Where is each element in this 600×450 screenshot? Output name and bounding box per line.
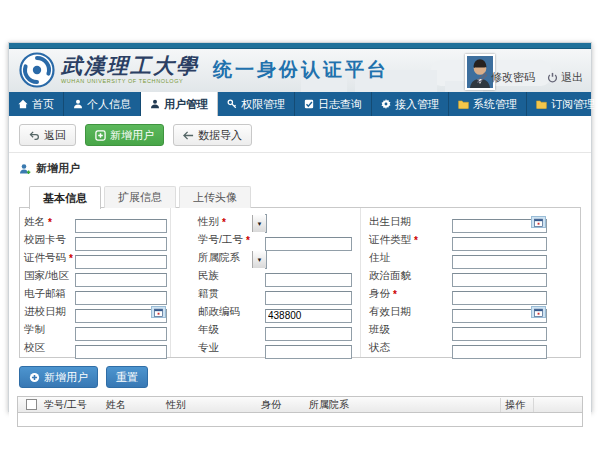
change-password-link[interactable]: 修改密码 — [477, 70, 535, 85]
field-label: 进校日期 — [24, 305, 66, 319]
main-nav: 首页个人信息用户管理权限管理日志查询接入管理系统管理订阅管理 — [9, 92, 591, 116]
name-input[interactable] — [75, 219, 167, 233]
undo-arrow-icon — [29, 131, 40, 140]
political-status-input[interactable] — [452, 273, 547, 287]
form-field-status: 状态 — [360, 339, 580, 357]
status-input[interactable] — [452, 345, 547, 359]
nav-item-access-mgmt[interactable]: 接入管理 — [372, 92, 449, 116]
cert-type-input[interactable] — [452, 237, 547, 251]
field-label: 邮政编码 — [198, 305, 240, 319]
major-input[interactable] — [265, 345, 352, 359]
tab-upload-avatar[interactable]: 上传头像 — [179, 186, 251, 208]
field-label: 住址 — [369, 251, 390, 265]
required-asterisk: * — [48, 217, 52, 228]
add-user-icon — [19, 163, 31, 175]
nav-item-system-mgmt[interactable]: 系统管理 — [449, 92, 527, 116]
form-row: 学制年级班级 — [20, 321, 580, 339]
department-select[interactable]: ▼ — [265, 250, 267, 269]
result-table-empty-body — [18, 413, 582, 426]
select-all-checkbox[interactable] — [26, 399, 37, 410]
header: 武漢理工大學 WUHAN UNIVERSITY OF TECHNOLOGY 统一… — [9, 49, 591, 92]
form-field-email: 电子邮箱 — [20, 285, 170, 303]
form-actions: 新增用户 重置 — [19, 366, 591, 388]
nav-item-log-query[interactable]: 日志查询 — [295, 92, 372, 116]
gender-select[interactable]: ▼ — [265, 214, 267, 233]
calendar-icon[interactable] — [531, 216, 546, 228]
nav-item-user-mgmt[interactable]: 用户管理 — [141, 92, 218, 116]
identity-input[interactable] — [452, 291, 547, 305]
nav-item-permission-mgmt[interactable]: 权限管理 — [218, 92, 295, 116]
nav-item-label: 接入管理 — [395, 97, 439, 112]
postal-code-input[interactable] — [265, 309, 352, 323]
form-row: 校园卡号学号/工号*证件类型* — [20, 231, 580, 249]
form-field-gender: 性别*▼ — [170, 213, 360, 231]
field-label: 所属院系 — [198, 251, 240, 265]
submit-add-user-button[interactable]: 新增用户 — [19, 366, 98, 388]
home-icon — [18, 99, 28, 109]
cert-no-input[interactable] — [75, 255, 167, 269]
add-user-label: 新增用户 — [110, 128, 154, 143]
field-label: 学号/工号 — [198, 233, 243, 247]
tab-basic-info[interactable]: 基本信息 — [29, 186, 101, 209]
back-button[interactable]: 返回 — [19, 124, 76, 146]
ethnicity-input[interactable] — [265, 273, 352, 287]
class-input[interactable] — [452, 327, 547, 341]
calendar-icon[interactable] — [531, 306, 546, 318]
column-divider — [360, 208, 361, 357]
required-asterisk: * — [393, 289, 397, 300]
form-row: 电子邮箱籍贯身份* — [20, 285, 580, 303]
basic-info-panel: 姓名*性别*▼出生日期校园卡号学号/工号*证件类型*证件号码*所属院系▼住址国家… — [19, 207, 581, 358]
content-area: 返回 新增用户 数据导入 新增用户 — [9, 124, 591, 427]
university-name-cn: 武漢理工大學 — [61, 56, 199, 77]
log-check-icon — [304, 99, 314, 109]
data-import-button[interactable]: 数据导入 — [173, 124, 252, 146]
add-user-toolbar-button[interactable]: 新增用户 — [85, 124, 164, 146]
student-no-input[interactable] — [265, 237, 352, 251]
form-field-native-place: 籍贯 — [170, 285, 360, 303]
calendar-icon[interactable] — [151, 306, 166, 318]
gear-icon — [381, 99, 391, 109]
campus-input[interactable] — [75, 345, 167, 359]
campus-card-no-input[interactable] — [75, 237, 167, 251]
form-field-cert-no: 证件号码* — [20, 249, 170, 267]
university-name-en: WUHAN UNIVERSITY OF TECHNOLOGY — [61, 79, 199, 85]
form-field-class: 班级 — [360, 321, 580, 339]
form-field-major: 专业 — [170, 339, 360, 357]
field-label: 政治面貌 — [369, 269, 411, 283]
nav-item-label: 日志查询 — [318, 97, 362, 112]
reset-label: 重置 — [116, 370, 138, 385]
reset-button[interactable]: 重置 — [106, 366, 148, 388]
form-field-schooling-length: 学制 — [20, 321, 170, 339]
folder-icon — [536, 100, 547, 109]
chevron-down-icon: ▼ — [252, 251, 266, 268]
form-field-student-no: 学号/工号* — [170, 231, 360, 249]
grade-input[interactable] — [265, 327, 352, 341]
form-field-enroll-date: 进校日期 — [20, 303, 170, 321]
col-header-identity: 身份 — [257, 398, 305, 412]
nav-item-home[interactable]: 首页 — [9, 92, 64, 116]
nav-item-subscription-mgmt[interactable]: 订阅管理 — [527, 92, 600, 116]
logout-label: 退出 — [561, 70, 583, 85]
toolbar: 返回 新增用户 数据导入 — [19, 124, 591, 146]
column-divider — [170, 208, 171, 357]
form-field-ethnicity: 民族 — [170, 267, 360, 285]
native-place-input[interactable] — [265, 291, 352, 305]
form-row: 国家/地区民族政治面貌 — [20, 267, 580, 285]
power-icon — [547, 72, 558, 83]
form-row: 校区专业状态 — [20, 339, 580, 357]
logout-link[interactable]: 退出 — [547, 70, 583, 85]
address-input[interactable] — [452, 255, 547, 269]
form-field-political-status: 政治面貌 — [360, 267, 580, 285]
col-header-actions: 操作 — [500, 398, 534, 412]
nav-item-label: 个人信息 — [87, 97, 131, 112]
field-label: 国家/地区 — [24, 269, 69, 283]
nav-item-profile[interactable]: 个人信息 — [64, 92, 141, 116]
tab-extended-info[interactable]: 扩展信息 — [104, 186, 176, 208]
country-region-input[interactable] — [75, 273, 167, 287]
pencil-icon — [477, 72, 488, 83]
field-label: 姓名 — [24, 215, 45, 229]
email-input[interactable] — [75, 291, 167, 305]
field-label: 籍贯 — [198, 287, 219, 301]
schooling-length-input[interactable] — [75, 327, 167, 341]
form-field-address: 住址 — [360, 249, 580, 267]
